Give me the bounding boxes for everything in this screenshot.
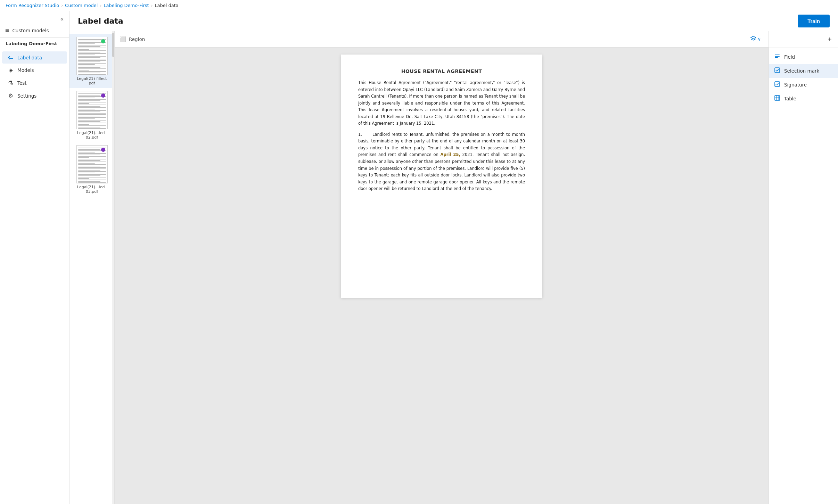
- main-header: Label data Train: [69, 11, 838, 31]
- breadcrumb-sep-1: ›: [100, 3, 101, 8]
- document-page: HOUSE RENTAL AGREEMENT This House Rental…: [341, 55, 542, 298]
- sidebar-item-models[interactable]: ◈ Models: [2, 64, 67, 76]
- breadcrumb-item-2[interactable]: Labeling Demo-First: [104, 3, 149, 8]
- file-thumbnail-1: [76, 91, 108, 129]
- signature-icon: [774, 81, 781, 88]
- file-name-2: Legal(21)...led_03.pdf: [76, 185, 108, 194]
- file-item-0[interactable]: Legal(21)-filled.pdf: [69, 34, 114, 88]
- field-type-list: Field Selection mark: [769, 48, 838, 108]
- svg-rect-5: [775, 96, 780, 100]
- field-icon: [774, 53, 781, 60]
- document-paragraph-1: 1. Landlord rents to Tenant, unfurnished…: [358, 131, 525, 192]
- page-title: Label data: [78, 17, 123, 25]
- breadcrumb-sep-2: ›: [151, 3, 153, 8]
- sidebar-settings-label: Settings: [17, 93, 36, 99]
- models-icon: ◈: [8, 67, 14, 73]
- doc-content: HOUSE RENTAL AGREEMENT This House Rental…: [115, 48, 769, 504]
- content-area: Legal(21)-filled.pdf: [69, 31, 838, 504]
- sidebar-item-test[interactable]: ⚗ Test: [2, 77, 67, 89]
- main-area: Label data Train: [69, 11, 838, 504]
- breadcrumb-item-0[interactable]: Form Recognizer Studio: [6, 3, 59, 8]
- sidebar-nav: 🏷 Label data ◈ Models ⚗ Test ⚙ Settings: [0, 49, 69, 102]
- field-type-table-label: Table: [784, 96, 796, 101]
- sidebar-models-label: Models: [17, 67, 34, 73]
- sidebar-item-label-data[interactable]: 🏷 Label data: [2, 51, 67, 64]
- breadcrumb: Form Recognizer Studio › Custom model › …: [0, 0, 838, 11]
- svg-rect-4: [775, 82, 780, 86]
- layers-icon: [750, 35, 756, 43]
- add-field-button[interactable]: +: [825, 35, 834, 44]
- breadcrumb-sep-0: ›: [61, 3, 63, 8]
- project-label: Labeling Demo-First: [6, 41, 57, 46]
- label-data-icon: 🏷: [8, 54, 14, 61]
- file-thumbnail-0: [76, 37, 108, 75]
- highlighted-text: April 25,: [441, 152, 460, 157]
- doc-toolbar: ⬜ Region ∨: [115, 31, 769, 48]
- sidebar-label-data-label: Label data: [17, 55, 42, 60]
- field-type-field[interactable]: Field: [769, 50, 838, 64]
- table-icon: [774, 95, 781, 102]
- field-type-field-label: Field: [784, 54, 795, 60]
- document-title: HOUSE RENTAL AGREEMENT: [358, 68, 525, 74]
- document-paragraph-0: This House Rental Agreement ("Agreement,…: [358, 80, 525, 127]
- file-status-dot-0: [101, 39, 105, 43]
- file-item-1[interactable]: Legal(21)...led_02.pdf: [69, 88, 114, 142]
- hamburger-icon: ≡: [5, 27, 9, 34]
- file-thumbnail-2: [76, 145, 108, 183]
- test-icon: ⚗: [8, 80, 14, 86]
- chevron-down-icon: ∨: [758, 37, 761, 42]
- svg-rect-1: [775, 56, 780, 57]
- sidebar-item-settings[interactable]: ⚙ Settings: [2, 90, 67, 102]
- right-panel-header: +: [769, 31, 838, 48]
- custom-models-label[interactable]: Custom models: [12, 28, 49, 33]
- breadcrumb-item-1[interactable]: Custom model: [65, 3, 98, 8]
- sidebar-collapse-button[interactable]: «: [58, 15, 66, 23]
- breadcrumb-item-3: Label data: [155, 3, 179, 8]
- file-name-1: Legal(21)...led_02.pdf: [76, 131, 108, 140]
- field-type-selection-mark-label: Selection mark: [784, 68, 819, 74]
- doc-viewer: ⬜ Region ∨: [115, 31, 769, 504]
- svg-rect-0: [775, 55, 780, 55]
- train-button[interactable]: Train: [798, 15, 830, 27]
- right-panel: + Field: [769, 31, 838, 504]
- sidebar-test-label: Test: [17, 80, 27, 86]
- region-label: Region: [129, 36, 145, 42]
- file-item-2[interactable]: Legal(21)...led_03.pdf: [69, 142, 114, 197]
- selection-mark-icon: [774, 67, 781, 74]
- field-type-signature-label: Signature: [784, 82, 807, 88]
- field-type-table[interactable]: Table: [769, 92, 838, 106]
- file-panel: Legal(21)-filled.pdf: [69, 31, 115, 504]
- layers-button[interactable]: ∨: [747, 34, 764, 44]
- field-type-signature[interactable]: Signature: [769, 78, 838, 92]
- settings-icon: ⚙: [8, 92, 14, 99]
- sidebar: « ≡ Custom models Labeling Demo-First 🏷 …: [0, 11, 69, 504]
- file-name-0: Legal(21)-filled.pdf: [76, 76, 108, 85]
- field-type-selection-mark[interactable]: Selection mark: [769, 64, 838, 78]
- svg-rect-3: [775, 68, 780, 73]
- svg-rect-2: [775, 57, 778, 58]
- file-status-dot-2: [101, 148, 105, 152]
- file-status-dot-1: [101, 93, 105, 98]
- region-icon: ⬜: [120, 36, 126, 42]
